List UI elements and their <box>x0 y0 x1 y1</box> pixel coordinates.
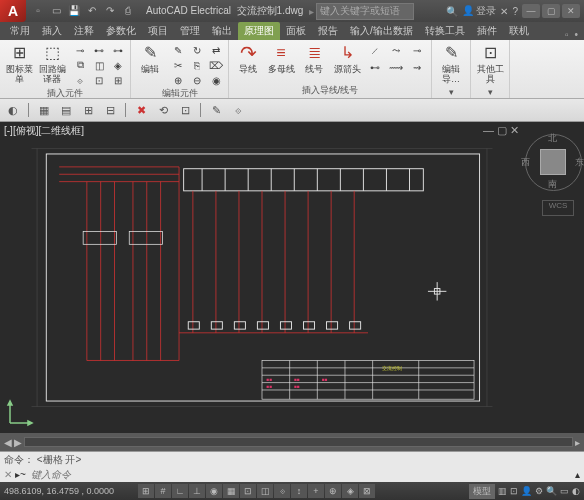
edit-btn[interactable]: ✂ <box>168 57 188 73</box>
tb-btn[interactable]: ✎ <box>207 102 225 118</box>
exchange-icon[interactable]: ✕ <box>500 6 508 17</box>
view-max-icon[interactable]: ▢ <box>497 124 507 137</box>
tab-output[interactable]: 输出 <box>206 22 238 40</box>
w-btn[interactable]: ⇝ <box>407 59 427 75</box>
tab-add-icon[interactable]: ▸ <box>575 437 580 448</box>
tab-reports[interactable]: 报告 <box>312 22 344 40</box>
sb-btn[interactable]: ⊕ <box>325 484 341 498</box>
tab-next-icon[interactable]: ▶ <box>14 437 22 448</box>
model-button[interactable]: 模型 <box>469 484 495 499</box>
tab-convert[interactable]: 转换工具 <box>419 22 471 40</box>
tab-panel[interactable]: 面板 <box>280 22 312 40</box>
tab-home[interactable]: 常用 <box>4 22 36 40</box>
search-icon[interactable]: 🔍 <box>446 6 458 17</box>
w-btn[interactable]: ⊷ <box>365 59 385 75</box>
command-icon[interactable]: ✕ <box>4 469 12 480</box>
tb-btn[interactable]: ⟲ <box>154 102 172 118</box>
edit-btn[interactable]: ↻ <box>187 42 207 58</box>
maximize-button[interactable]: ▢ <box>542 4 560 18</box>
comp-btn[interactable]: ⊶ <box>108 42 128 58</box>
minimize-button[interactable]: — <box>522 4 540 18</box>
sb-btn[interactable]: ⊡ <box>510 486 518 496</box>
sb-btn[interactable]: ⟐ <box>274 484 290 498</box>
edit-btn[interactable]: ⎘ <box>187 57 207 73</box>
sb-btn[interactable]: ∟ <box>172 484 188 498</box>
tab-insert[interactable]: 插入 <box>36 22 68 40</box>
tb-btn[interactable]: ▦ <box>35 102 53 118</box>
view-min-icon[interactable]: — <box>483 124 494 137</box>
ribbon-help-icon[interactable]: • <box>574 29 578 40</box>
comp-btn[interactable]: ◫ <box>89 57 109 73</box>
wcs-label[interactable]: WCS <box>542 200 574 216</box>
comp-btn[interactable]: ⊷ <box>89 42 109 58</box>
sb-btn[interactable]: ⊥ <box>189 484 205 498</box>
close-button[interactable]: ✕ <box>562 4 580 18</box>
tab-manage[interactable]: 管理 <box>174 22 206 40</box>
multibus-button[interactable]: ≡多母线 <box>266 42 296 74</box>
sb-btn[interactable]: ↕ <box>291 484 307 498</box>
sb-btn[interactable]: ◫ <box>257 484 273 498</box>
sb-btn[interactable]: 🔍 <box>546 486 557 496</box>
sb-btn[interactable]: ⊞ <box>138 484 154 498</box>
sb-btn[interactable]: ◉ <box>206 484 222 498</box>
edit-component-button[interactable]: ✎编辑 <box>135 42 165 74</box>
command-expand-icon[interactable]: ▴ <box>575 469 580 480</box>
sb-btn[interactable]: ▥ <box>498 486 507 496</box>
sb-btn[interactable]: ▭ <box>560 486 569 496</box>
w-btn[interactable]: ⟿ <box>386 59 406 75</box>
icon-menu-button[interactable]: ⊞图标菜单 <box>4 42 34 84</box>
sb-btn[interactable]: ▦ <box>223 484 239 498</box>
w-btn[interactable]: ⊸ <box>407 42 427 58</box>
circuit-builder-button[interactable]: ⬚回路编译器 <box>37 42 67 84</box>
sb-btn[interactable]: ◐ <box>572 486 580 496</box>
sb-btn[interactable]: ⚙ <box>535 486 543 496</box>
search-input[interactable]: 键入关键字或短语 <box>316 3 414 20</box>
sb-btn[interactable]: # <box>155 484 171 498</box>
qat-redo-icon[interactable]: ↷ <box>102 3 118 19</box>
source-arrow-button[interactable]: ↳源箭头 <box>332 42 362 74</box>
qat-new-icon[interactable]: ▫ <box>30 3 46 19</box>
command-input[interactable] <box>29 468 572 481</box>
qat-undo-icon[interactable]: ↶ <box>84 3 100 19</box>
qat-save-icon[interactable]: 💾 <box>66 3 82 19</box>
comp-btn[interactable]: ◈ <box>108 57 128 73</box>
tab-io[interactable]: 输入/输出数据 <box>344 22 419 40</box>
app-logo[interactable]: A <box>0 0 26 22</box>
comp-btn[interactable]: ⊸ <box>70 42 90 58</box>
tab-parametric[interactable]: 参数化 <box>100 22 142 40</box>
tab-plugins[interactable]: 插件 <box>471 22 503 40</box>
tb-btn[interactable]: ◐ <box>4 102 22 118</box>
wirenum-button[interactable]: ≣线号 <box>299 42 329 74</box>
sb-btn[interactable]: ◈ <box>342 484 358 498</box>
edit-wire-button[interactable]: ✎编辑导… <box>436 42 466 84</box>
sb-btn[interactable]: ⊠ <box>359 484 375 498</box>
w-btn[interactable]: ⟋ <box>365 42 385 58</box>
help-icon[interactable]: ? <box>512 6 518 17</box>
w-btn[interactable]: ⤳ <box>386 42 406 58</box>
tab-prev-icon[interactable]: ◀ <box>4 437 12 448</box>
hscrollbar[interactable] <box>24 437 573 447</box>
tb-btn[interactable]: ⟐ <box>229 102 247 118</box>
tb-btn[interactable]: ⊞ <box>79 102 97 118</box>
qat-open-icon[interactable]: ▭ <box>48 3 64 19</box>
other-tools-button[interactable]: ⊡其他工具 <box>475 42 505 84</box>
tab-annotate[interactable]: 注释 <box>68 22 100 40</box>
sb-btn[interactable]: 👤 <box>521 486 532 496</box>
login-link[interactable]: 👤 登录 <box>462 4 497 18</box>
comp-btn[interactable]: ⧉ <box>70 57 90 73</box>
tb-btn[interactable]: ✖ <box>132 102 150 118</box>
view-label[interactable]: [-][俯视][二维线框] <box>4 124 84 138</box>
tab-online[interactable]: 联机 <box>503 22 535 40</box>
edit-btn[interactable]: ⌦ <box>206 57 226 73</box>
tb-btn[interactable]: ▤ <box>57 102 75 118</box>
tab-schematic[interactable]: 原理图 <box>238 22 280 40</box>
viewcube[interactable]: 北南 西东 <box>525 134 580 189</box>
tb-btn[interactable]: ⊡ <box>176 102 194 118</box>
wire-button[interactable]: ↷导线 <box>233 42 263 74</box>
drawing-canvas[interactable]: [-][俯视][二维线框] — ▢ ✕ 北南 西东 WCS <box>0 122 584 433</box>
edit-btn[interactable]: ⇄ <box>206 42 226 58</box>
qat-print-icon[interactable]: ⎙ <box>120 3 136 19</box>
tb-btn[interactable]: ⊟ <box>101 102 119 118</box>
view-close-icon[interactable]: ✕ <box>510 124 519 137</box>
sb-btn[interactable]: ⊡ <box>240 484 256 498</box>
